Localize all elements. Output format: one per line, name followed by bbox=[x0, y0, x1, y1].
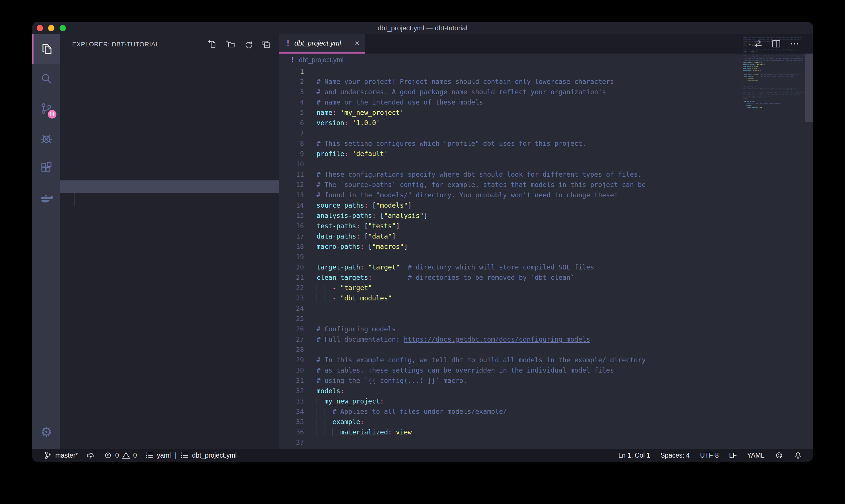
status-item-spaces-4[interactable]: Spaces: 4 bbox=[661, 452, 690, 459]
tree-file-schema-yml[interactable] bbox=[60, 168, 279, 180]
activity-item-explorer[interactable] bbox=[32, 34, 60, 64]
minimap-line: clean-targets: # directories to be remov… bbox=[743, 76, 805, 78]
status-item-utf-8[interactable]: UTF-8 bbox=[700, 452, 719, 459]
activity-item-source-control[interactable]: 11 bbox=[32, 94, 60, 123]
tree-file--gitkeep[interactable] bbox=[60, 193, 279, 205]
minimap-line bbox=[743, 108, 805, 110]
line-number: 15 bbox=[279, 212, 304, 219]
activity-item-search[interactable] bbox=[32, 64, 60, 94]
explorer-title: EXPLORER: DBT-TUTORIAL bbox=[72, 41, 159, 48]
line-number: 36 bbox=[279, 428, 304, 436]
code-editor[interactable]: 12# Name your project! Project names sho… bbox=[279, 66, 813, 449]
minimap[interactable]: # Name your project! Project names shoul… bbox=[743, 35, 805, 110]
minimap-line: # using the `{{ config(...) }}` macro. bbox=[743, 96, 805, 98]
yaml-warning-file-icon: ! bbox=[291, 56, 295, 64]
tab-close-icon[interactable]: × bbox=[355, 39, 359, 47]
titlebar: dbt_project.yml — dbt-tutorial bbox=[32, 22, 813, 34]
close-window-button[interactable] bbox=[37, 25, 43, 31]
minimap-line: # Applies to all files under models/exam… bbox=[743, 102, 805, 104]
tree-file--gitkeep[interactable] bbox=[60, 92, 279, 105]
tree-file-my-second-dbt-model-sql[interactable] bbox=[60, 155, 279, 168]
activity-item-settings[interactable]: ⚙ bbox=[32, 417, 60, 447]
line-number: 27 bbox=[279, 336, 304, 343]
breadcrumb-item-file: dbt_project.yml bbox=[299, 56, 343, 64]
minimap-line: profile: 'default' bbox=[743, 51, 805, 53]
tree-file--gitkeep[interactable] bbox=[60, 118, 279, 130]
activity-item-docker[interactable] bbox=[32, 183, 60, 213]
code-line-15: 15analysis-paths: ["analysis"] bbox=[279, 211, 813, 221]
tree-folder-tests[interactable] bbox=[60, 180, 279, 193]
status-item-ln-1-col-1[interactable]: Ln 1, Col 1 bbox=[618, 452, 650, 459]
minimap-line: example: bbox=[743, 104, 805, 106]
minimap-line: # name or the intended use of these mode… bbox=[743, 41, 805, 43]
tree-file--gitignore[interactable] bbox=[60, 205, 279, 218]
tree-file-my-first-dbt-model-sql[interactable] bbox=[60, 143, 279, 155]
status-left: master*00yaml|dbt_project.yml bbox=[44, 451, 245, 460]
breadcrumb[interactable]: ! dbt_project.yml bbox=[279, 54, 813, 66]
minimap-line bbox=[743, 82, 805, 84]
debug-icon bbox=[39, 131, 53, 145]
code-line-29: 29# In this example config, we tell dbt … bbox=[279, 355, 813, 365]
list-tree-icon bbox=[180, 451, 189, 460]
code-line-2: 2# Name your project! Project names shou… bbox=[279, 76, 813, 87]
code-line-9: 9profile: 'default' bbox=[279, 149, 813, 159]
minimap-line: macro-paths: ["macros"] bbox=[743, 69, 805, 71]
activity-item-extensions[interactable] bbox=[32, 153, 60, 183]
tree-file-readme-md[interactable] bbox=[60, 231, 279, 244]
error-icon bbox=[104, 451, 112, 460]
tree-folder-analysis[interactable] bbox=[60, 54, 279, 67]
tree-file--gitkeep[interactable] bbox=[60, 67, 279, 79]
code-line-26: 26# Configuring models bbox=[279, 324, 813, 334]
bell-icon bbox=[794, 451, 802, 460]
status-item-smiley[interactable] bbox=[775, 451, 784, 460]
explorer-toolbar bbox=[207, 39, 272, 50]
status-item-bell[interactable] bbox=[794, 451, 802, 460]
search-icon bbox=[39, 72, 53, 86]
minimap-line bbox=[743, 84, 805, 86]
tree-folder-macros[interactable] bbox=[60, 105, 279, 118]
line-number: 32 bbox=[279, 387, 304, 395]
tab-label: dbt_project.yml bbox=[294, 39, 341, 47]
tree-file-dbt-project-yml[interactable] bbox=[60, 218, 279, 231]
minimap-line bbox=[743, 47, 805, 49]
status-item-cloud-upload[interactable] bbox=[87, 451, 95, 460]
minimize-window-button[interactable] bbox=[48, 25, 54, 31]
new-file-button[interactable] bbox=[207, 39, 219, 50]
minimap-line: test-paths: ["tests"] bbox=[743, 65, 805, 67]
minimap-line: - "dbt_modules" bbox=[743, 79, 805, 82]
minimap-line: source-paths: ["models"] bbox=[743, 61, 805, 63]
tree-folder-data[interactable] bbox=[60, 79, 279, 92]
minimap-line: # Name your project! Project names shoul… bbox=[743, 37, 805, 39]
collapse-all-button[interactable] bbox=[260, 39, 272, 50]
code-line-4: 4# name or the intended use of these mod… bbox=[279, 97, 813, 107]
refresh-button[interactable] bbox=[242, 39, 254, 50]
status-item-yaml[interactable]: yaml bbox=[145, 451, 171, 460]
line-number: 34 bbox=[279, 408, 304, 415]
status-item-0[interactable]: 00 bbox=[104, 451, 137, 460]
minimap-line: data-paths: ["data"] bbox=[743, 67, 805, 69]
minimap-line: materialized: view bbox=[743, 106, 805, 108]
line-number: 4 bbox=[279, 98, 304, 106]
activity-item-debug[interactable] bbox=[32, 123, 60, 153]
tab-dbt-project-yml[interactable]: ! dbt_project.yml × bbox=[279, 34, 365, 54]
code-line-13: 13# found in the "models/" directory. Yo… bbox=[279, 190, 813, 200]
editor-group: ! dbt_project.yml × ! dbt_project.yml 12… bbox=[279, 34, 813, 449]
status-item-master[interactable]: master* bbox=[44, 451, 78, 460]
minimap-line bbox=[743, 53, 805, 55]
line-number: 5 bbox=[279, 109, 304, 116]
status-item-lf[interactable]: LF bbox=[729, 452, 737, 459]
smiley-icon bbox=[775, 451, 784, 460]
zoom-window-button[interactable] bbox=[59, 25, 66, 31]
editor-scrollbar-thumb[interactable] bbox=[805, 54, 813, 122]
code-line-20: 20target-path: "target" # directory whic… bbox=[279, 262, 813, 272]
warning-icon bbox=[122, 451, 130, 460]
status-bar: master*00yaml|dbt_project.yml Ln 1, Col … bbox=[32, 449, 813, 462]
line-number: 24 bbox=[279, 305, 304, 312]
new-folder-button[interactable] bbox=[225, 39, 236, 50]
status-item-yaml[interactable]: YAML bbox=[747, 452, 765, 459]
status-text: YAML bbox=[747, 452, 765, 459]
minimap-line: # In this example config, we tell dbt to… bbox=[743, 92, 805, 94]
status-text: UTF-8 bbox=[700, 452, 719, 459]
tree-folder-models-example[interactable] bbox=[60, 130, 279, 143]
status-item-dbt-project-yml[interactable]: dbt_project.yml bbox=[180, 451, 237, 460]
